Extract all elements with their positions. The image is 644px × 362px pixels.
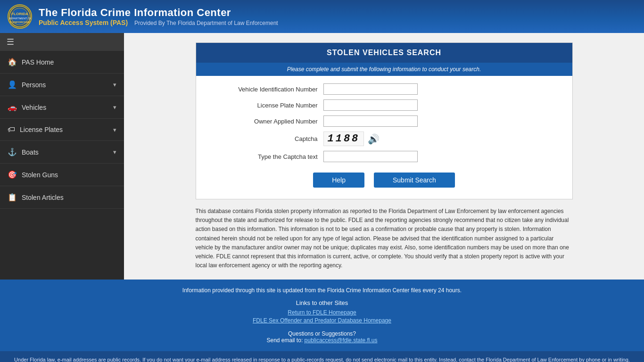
captcha-display: 1188 🔊	[323, 132, 380, 146]
page-header: FLORIDA DEPARTMENT OF LAW ENFORCEMENT Th…	[0, 0, 644, 33]
fdle-logo: FLORIDA DEPARTMENT OF LAW ENFORCEMENT	[8, 4, 32, 29]
captcha-audio-button[interactable]: 🔊	[368, 133, 380, 145]
footer-update-notice: Information provided through this site i…	[8, 287, 636, 294]
fdle-homepage-link[interactable]: Return to FDLE Homepage	[8, 309, 636, 316]
footer-questions-block: Questions or Suggestions? Send email to:…	[8, 330, 636, 344]
site-provided-by: Provided By The Florida Department of La…	[134, 20, 278, 26]
page-footer: Information provided through this site i…	[0, 280, 644, 362]
sex-offender-link[interactable]: FDLE Sex Offender and Predator Database …	[8, 317, 636, 324]
captcha-type-label: Type the Captcha text	[206, 153, 323, 160]
vin-row: Vehicle Identification Number	[206, 83, 563, 95]
form-button-row: Help Submit Search	[206, 167, 563, 191]
sidebar-item-persons[interactable]: 👤 Persons ▾	[0, 74, 124, 96]
chevron-down-icon-3: ▾	[113, 126, 116, 133]
hamburger-icon: ☰	[7, 37, 14, 47]
footer-links-title: Links to other Sites	[8, 299, 636, 306]
sidebar-item-license-plates[interactable]: 🏷 License Plates ▾	[0, 119, 124, 141]
sidebar-item-boats[interactable]: ⚓ Boats ▾	[0, 141, 124, 164]
svg-text:DEPARTMENT OF: DEPARTMENT OF	[9, 17, 31, 20]
search-form-title: STOLEN VEHICLES SEARCH	[196, 43, 572, 63]
captcha-label: Captcha	[206, 135, 323, 142]
search-form-container: STOLEN VEHICLES SEARCH Please complete a…	[196, 42, 573, 199]
captcha-type-input[interactable]	[323, 151, 418, 162]
license-plate-row: License Plate Number	[206, 99, 563, 111]
persons-icon: 👤	[8, 80, 17, 89]
boats-icon: ⚓	[8, 148, 17, 156]
owner-applied-row: Owner Applied Number	[206, 115, 563, 127]
search-form-body: Vehicle Identification Number License Pl…	[196, 76, 572, 199]
sidebar-item-label-stolen-articles: Stolen Articles	[22, 194, 64, 201]
header-text-block: The Florida Crime Information Center Pub…	[39, 7, 278, 26]
owner-applied-input[interactable]	[323, 115, 418, 127]
stolen-guns-icon: 🎯	[8, 170, 17, 179]
footer-send-email-label: Send email to:	[267, 337, 303, 344]
sidebar-item-stolen-guns[interactable]: 🎯 Stolen Guns	[0, 164, 124, 186]
disclaimer-text: This database contains Florida stolen pr…	[196, 207, 573, 270]
stolen-articles-icon: 📋	[8, 193, 17, 202]
footer-email-link[interactable]: publicaccess@fdle.state.fl.us	[305, 337, 378, 344]
site-subtitle: Public Access System (PAS)	[39, 19, 128, 26]
sidebar-item-label-vehicles: Vehicles	[22, 104, 46, 111]
vehicles-icon: 🚗	[8, 103, 17, 112]
sidebar-item-label-license-plates: License Plates	[20, 126, 63, 133]
search-form-subtitle: Please complete and submit the following…	[196, 63, 572, 76]
sidebar-item-label-boats: Boats	[22, 148, 39, 156]
svg-text:LAW ENFORCEMENT: LAW ENFORCEMENT	[9, 21, 31, 24]
sidebar-item-label-persons: Persons	[22, 81, 46, 89]
chevron-down-icon: ▾	[113, 81, 116, 88]
captcha-row: Captcha 1188 🔊	[206, 132, 563, 146]
sidebar: ☰ 🏠 PAS Home 👤 Persons ▾ 🚗 Vehicles ▾ �	[0, 33, 124, 280]
chevron-down-icon-4: ▾	[113, 148, 116, 156]
submit-search-button[interactable]: Submit Search	[374, 173, 455, 188]
vin-label: Vehicle Identification Number	[206, 86, 323, 93]
vin-input[interactable]	[323, 83, 418, 95]
footer-questions-label: Questions or Suggestions?	[8, 330, 636, 337]
help-button[interactable]: Help	[313, 173, 364, 188]
svg-text:FLORIDA: FLORIDA	[11, 12, 28, 16]
sidebar-item-vehicles[interactable]: 🚗 Vehicles ▾	[0, 96, 124, 119]
chevron-down-icon-2: ▾	[113, 104, 116, 111]
sidebar-item-pas-home[interactable]: 🏠 PAS Home	[0, 51, 124, 74]
home-icon: 🏠	[8, 58, 17, 66]
license-plate-label: License Plate Number	[206, 102, 323, 109]
license-plate-input[interactable]	[323, 99, 418, 111]
sidebar-item-label-pas-home: PAS Home	[22, 58, 54, 66]
footer-legal-notice: Under Florida law, e-mail addresses are …	[0, 351, 644, 362]
sidebar-item-stolen-articles[interactable]: 📋 Stolen Articles	[0, 186, 124, 209]
owner-applied-label: Owner Applied Number	[206, 118, 323, 125]
sidebar-item-label-stolen-guns: Stolen Guns	[22, 171, 58, 179]
sidebar-toggle-button[interactable]: ☰	[0, 33, 124, 51]
license-plates-icon: 🏷	[8, 125, 15, 134]
main-content: STOLEN VEHICLES SEARCH Please complete a…	[124, 33, 644, 280]
captcha-type-row: Type the Captcha text	[206, 151, 563, 162]
site-title: The Florida Crime Information Center	[39, 7, 278, 19]
captcha-image: 1188	[323, 132, 364, 146]
audio-icon: 🔊	[368, 134, 380, 144]
